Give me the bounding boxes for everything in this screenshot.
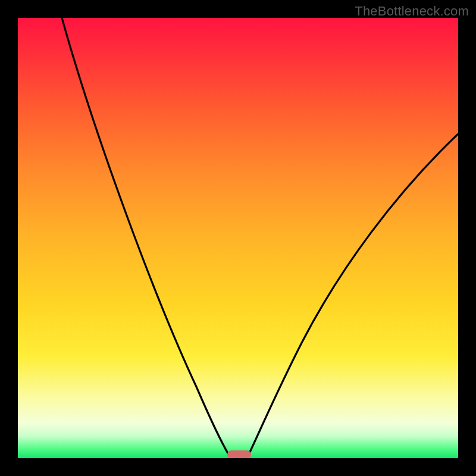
curve-layer — [18, 18, 458, 458]
left-curve — [62, 18, 231, 458]
plot-area — [18, 18, 458, 458]
watermark-text: TheBottleneck.com — [355, 4, 469, 19]
right-curve — [247, 134, 458, 458]
marker-rect — [227, 450, 251, 458]
bottleneck-marker — [227, 450, 251, 458]
